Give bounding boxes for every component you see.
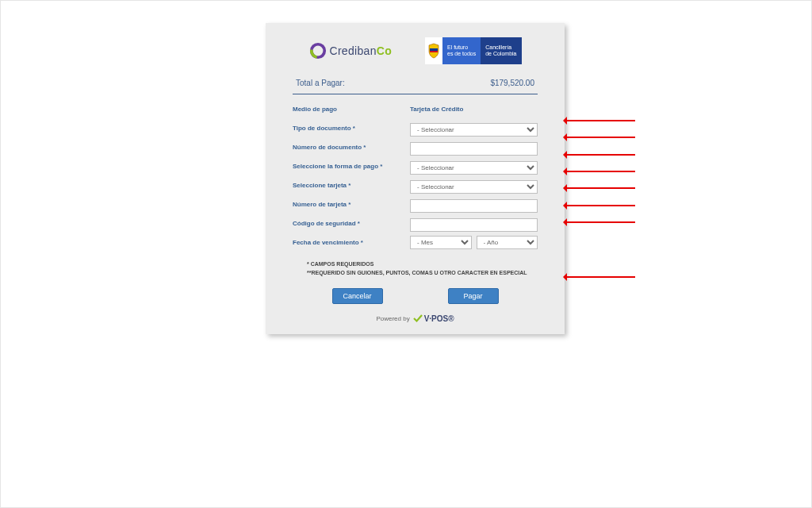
divider bbox=[293, 94, 538, 94]
expiry-label: Fecha de vencimiento * bbox=[293, 239, 410, 246]
callout-arrow bbox=[565, 205, 635, 206]
note-no-symbols: **REQUERIDO SIN GUIONES, PUNTOS, COMAS U… bbox=[307, 270, 538, 275]
vpos-check-icon bbox=[413, 314, 423, 323]
footer: Powered by V·POS® bbox=[266, 314, 565, 323]
gov-mid-line2: es de todos bbox=[447, 51, 476, 57]
callout-arrow bbox=[565, 276, 635, 278]
doc-type-label: Tipo de documento * bbox=[293, 125, 410, 132]
pay-form-label: Seleccione la forma de pago * bbox=[293, 163, 410, 170]
expiry-month-select[interactable]: - Mes bbox=[410, 236, 472, 249]
doc-type-select[interactable]: - Seleccionar bbox=[410, 123, 538, 137]
credibanco-ring-icon bbox=[309, 42, 327, 60]
gov-right-line1: Cancillería bbox=[485, 44, 516, 51]
cancel-button[interactable]: Cancelar bbox=[332, 288, 383, 304]
doc-number-input[interactable] bbox=[410, 142, 538, 156]
gov-mid-line1: El futuro bbox=[447, 44, 476, 51]
credibanco-text: Crediban bbox=[330, 44, 377, 57]
pay-button[interactable]: Pagar bbox=[448, 288, 499, 304]
callout-arrow bbox=[565, 137, 635, 138]
note-required: * CAMPOS REQUERIDOS bbox=[307, 261, 538, 267]
total-label: Total a Pagar: bbox=[296, 79, 345, 87]
credibanco-co: Co bbox=[377, 44, 392, 57]
cvv-input[interactable] bbox=[410, 218, 538, 232]
colombia-shield-icon bbox=[425, 37, 442, 64]
gov-badge: El futuro es de todos Cancillería de Col… bbox=[425, 37, 522, 64]
payment-method-value: Tarjeta de Crédito bbox=[410, 106, 538, 113]
total-amount: $179,520.00 bbox=[490, 79, 534, 87]
callout-arrow bbox=[565, 154, 635, 156]
card-number-label: Número de tarjeta * bbox=[293, 201, 410, 208]
card-select[interactable]: - Seleccionar bbox=[410, 180, 538, 194]
callout-arrow bbox=[565, 171, 635, 172]
callout-arrow bbox=[565, 120, 635, 121]
callout-arrow bbox=[565, 187, 635, 189]
powered-by-label: Powered by bbox=[376, 315, 409, 322]
credibanco-logo: CredibanCo bbox=[309, 42, 392, 60]
callout-arrow bbox=[565, 221, 635, 223]
cvv-label: Código de seguridad * bbox=[293, 220, 410, 227]
payment-method-label: Medio de pago bbox=[293, 106, 410, 113]
doc-number-label: Número de documento * bbox=[293, 144, 410, 151]
svg-rect-3 bbox=[430, 51, 438, 52]
panel-header: CredibanCo El futuro es de todos Cancill bbox=[266, 23, 565, 75]
total-row: Total a Pagar: $179,520.00 bbox=[266, 75, 565, 90]
expiry-year-select[interactable]: - Año bbox=[477, 236, 538, 249]
card-number-input[interactable] bbox=[410, 199, 538, 213]
card-select-label: Seleccione tarjeta * bbox=[293, 182, 410, 189]
payment-form: Medio de pago Tarjeta de Crédito Tipo de… bbox=[266, 101, 565, 275]
gov-right-line2: de Colombia bbox=[485, 51, 516, 57]
pay-form-select[interactable]: - Seleccionar bbox=[410, 161, 538, 175]
vpos-logo: V·POS® bbox=[413, 314, 454, 323]
svg-rect-2 bbox=[430, 48, 438, 51]
payment-panel: CredibanCo El futuro es de todos Cancill bbox=[266, 23, 565, 334]
